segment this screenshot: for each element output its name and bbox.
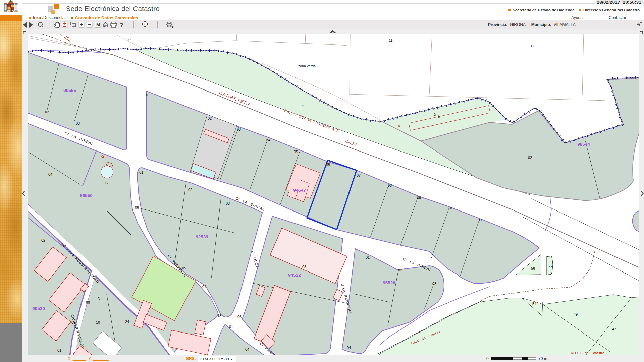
svg-text:M: M: [96, 22, 100, 27]
svg-text:?: ?: [120, 22, 123, 28]
svg-text:i: i: [144, 22, 145, 26]
